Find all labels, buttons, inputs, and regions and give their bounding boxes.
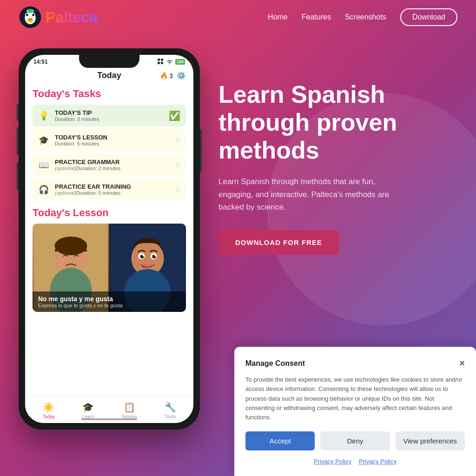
consent-close-button[interactable]: × — [459, 358, 465, 369]
svg-rect-12 — [161, 62, 163, 64]
consent-deny-button[interactable]: Deny — [320, 431, 390, 450]
task-check-done: ✅ — [169, 110, 180, 121]
consent-dialog: Manage Consent × To provide the best exp… — [234, 347, 476, 476]
wifi-icon — [166, 59, 173, 65]
nav-item-review[interactable]: 📋 Review — [122, 402, 137, 419]
svg-point-26 — [142, 255, 144, 257]
svg-rect-10 — [161, 59, 163, 61]
battery-badge: 100 — [175, 59, 185, 65]
signal-icon — [158, 59, 164, 65]
nav-download-button[interactable]: Download — [400, 8, 457, 26]
settings-icon[interactable]: ⚙️ — [177, 71, 186, 80]
logo[interactable]: Palteca — [19, 6, 98, 29]
learn-icon: 🎓 — [82, 402, 94, 413]
consent-title: Manage Consent — [245, 359, 305, 368]
app-title: Today — [97, 71, 121, 80]
streak-badge: 🔥 3 — [160, 72, 173, 79]
header: Palteca Home Features Screenshots Downlo… — [0, 0, 476, 34]
task-duration: (optional)Duration: 2 minutes — [55, 165, 169, 171]
task-item[interactable]: 🎓 TODAY'S LESSON Duration: 5 minutes ○ — [33, 129, 186, 151]
lesson-images[interactable]: No me gusta y me gusta Expresa lo que te… — [33, 224, 186, 312]
app-header-right: 🔥 3 ⚙️ — [160, 71, 186, 80]
svg-rect-8 — [29, 9, 32, 13]
privacy-policy-link-2[interactable]: Privacy Policy — [359, 458, 397, 465]
lesson-caption-sub: Expresa lo que te gusta y no te gusta — [38, 303, 180, 308]
side-button-vol-up — [17, 127, 19, 155]
flame-icon: 🔥 — [160, 72, 168, 79]
logo-text: Palteca — [46, 9, 98, 26]
task-check-empty: ○ — [175, 135, 180, 145]
lesson-caption: No me gusta y me gusta Expresa lo que te… — [33, 291, 186, 312]
task-icon-tip: 💡 — [38, 111, 49, 121]
nav: Home Features Screenshots Download — [268, 8, 457, 26]
task-icon-ear: 🎧 — [38, 185, 49, 195]
svg-point-27 — [154, 255, 156, 257]
task-info: TODAY'S LESSON Duration: 5 minutes — [55, 134, 169, 146]
tasks-section: Today's Tasks 💡 TODAY'S TIP Duration: 3 … — [25, 84, 193, 200]
tools-icon: 🔧 — [165, 402, 176, 413]
consent-preferences-button[interactable]: View preferences — [396, 431, 465, 450]
phone-screen: 14:51 — [25, 55, 193, 423]
task-item[interactable]: 💡 TODAY'S TIP Duration: 3 minutes ✅ — [33, 105, 186, 126]
task-icon-lesson: 🎓 — [38, 135, 49, 145]
consent-buttons: Accept Deny View preferences — [245, 431, 465, 450]
nav-features[interactable]: Features — [302, 13, 331, 21]
task-item[interactable]: 🎧 PRACTICE EAR TRAINING (optional)Durati… — [33, 178, 186, 200]
task-duration: Duration: 3 minutes — [55, 116, 163, 122]
task-name: PRACTICE GRAMMAR — [55, 159, 169, 165]
app-header: Today 🔥 3 ⚙️ — [25, 67, 193, 84]
nav-label-today: Today — [42, 414, 55, 419]
nav-home[interactable]: Home — [268, 13, 288, 21]
phone-notch — [79, 55, 139, 68]
svg-point-5 — [32, 14, 34, 16]
status-time: 14:51 — [33, 59, 48, 65]
svg-point-6 — [27, 18, 33, 23]
lesson-section: Today's Lesson — [25, 203, 193, 312]
task-check-empty: ○ — [175, 184, 180, 195]
svg-rect-11 — [158, 62, 160, 64]
side-button-mute — [17, 104, 19, 120]
hero-subtext: Learn Spanish through methods that are f… — [218, 175, 404, 213]
task-item[interactable]: 📖 PRACTICE GRAMMAR (optional)Duration: 2… — [33, 154, 186, 176]
consent-footer: Privacy Policy Privacy Policy — [245, 458, 465, 465]
tasks-title: Today's Tasks — [33, 88, 186, 100]
nav-item-tools[interactable]: 🔧 Tools — [165, 402, 176, 419]
svg-point-18 — [76, 258, 83, 263]
side-button-vol-down — [17, 162, 19, 190]
task-name: TODAY'S LESSON — [55, 134, 169, 141]
nav-item-today[interactable]: ☀️ Today — [42, 402, 55, 419]
task-name: PRACTICE EAR TRAINING — [55, 183, 169, 190]
task-duration: (optional)Duration: 5 minutes — [55, 190, 169, 196]
lesson-caption-title: No me gusta y me gusta — [38, 295, 180, 303]
consent-header: Manage Consent × — [245, 358, 465, 369]
nav-screenshots[interactable]: Screenshots — [345, 13, 386, 21]
streak-count: 3 — [169, 72, 173, 79]
task-name: TODAY'S TIP — [55, 109, 163, 116]
download-free-button[interactable]: DOWNLOAD FOR FREE — [218, 230, 339, 255]
svg-point-4 — [26, 14, 28, 16]
task-duration: Duration: 5 minutes — [55, 141, 169, 146]
status-right: 100 — [158, 59, 185, 65]
task-check-empty: ○ — [175, 159, 180, 170]
nav-item-learn[interactable]: 🎓 Learn — [82, 402, 94, 419]
consent-text: To provide the best experiences, we use … — [245, 375, 465, 422]
task-info: TODAY'S TIP Duration: 3 minutes — [55, 109, 163, 122]
nav-label-tools: Tools — [165, 414, 175, 419]
task-info: PRACTICE GRAMMAR (optional)Duration: 2 m… — [55, 159, 169, 171]
today-icon: ☀️ — [43, 402, 54, 413]
hero-heading: Learn Spanish through proven methods — [218, 81, 457, 164]
svg-rect-9 — [158, 59, 160, 61]
privacy-policy-link-1[interactable]: Privacy Policy — [314, 458, 351, 465]
lesson-title: Today's Lesson — [33, 207, 186, 219]
hero-text: Learn Spanish through proven methods Lea… — [218, 44, 457, 255]
task-icon-grammar: 📖 — [38, 160, 49, 170]
phone-frame: 14:51 — [19, 48, 200, 430]
phone-mockup: 14:51 — [19, 48, 200, 430]
home-bar — [81, 418, 137, 420]
side-button-power — [200, 130, 202, 172]
review-icon: 📋 — [124, 402, 135, 413]
task-info: PRACTICE EAR TRAINING (optional)Duration… — [55, 183, 169, 196]
svg-point-17 — [59, 258, 66, 263]
consent-accept-button[interactable]: Accept — [245, 431, 315, 450]
logo-icon — [19, 6, 42, 29]
